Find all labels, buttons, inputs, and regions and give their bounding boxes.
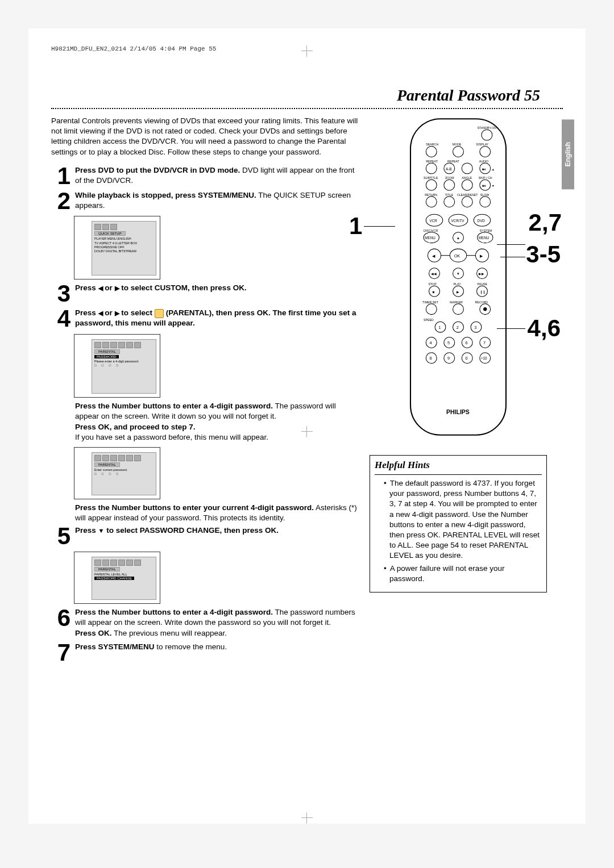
svg-text:OK: OK bbox=[454, 253, 460, 258]
svg-text:SEARCH: SEARCH bbox=[426, 143, 438, 147]
dotted-rule bbox=[51, 108, 563, 109]
parental-password-screen: PARENTAL PASSWORD Please enter a 4-digit… bbox=[74, 334, 160, 398]
screen-line: PLAYER MENU ENGLISH bbox=[94, 237, 154, 241]
svg-text:1: 1 bbox=[438, 325, 441, 330]
screen-highlight: PASSWORD bbox=[94, 355, 119, 358]
svg-text:7: 7 bbox=[483, 340, 486, 345]
svg-text:6: 6 bbox=[466, 340, 468, 345]
screen-highlight: PASSWORD CHANGE bbox=[94, 577, 134, 580]
step-bold: Press the Number buttons to enter a 4-di… bbox=[75, 402, 273, 410]
svg-text:PHILIPS: PHILIPS bbox=[446, 408, 470, 415]
step-text: or bbox=[105, 283, 114, 292]
screen-line: TV ASPECT 4:3 LETTER BOX bbox=[94, 241, 154, 245]
svg-text:CLEAR/RESET: CLEAR/RESET bbox=[457, 193, 478, 197]
screen-line: Please enter a 4-digit password. bbox=[94, 360, 154, 364]
svg-text:A-B: A-B bbox=[446, 167, 452, 171]
svg-text:TITLE: TITLE bbox=[445, 193, 454, 197]
screen-top-icons bbox=[94, 560, 154, 566]
step-number: 3 bbox=[51, 283, 70, 304]
svg-text:❙❙: ❙❙ bbox=[480, 290, 486, 294]
callout-1: 1 bbox=[349, 212, 362, 240]
step-body: Press DVD to put the DVD/VCR in DVD mode… bbox=[75, 165, 358, 186]
screen-line: Enter current password. bbox=[94, 468, 154, 472]
svg-text:VCR: VCR bbox=[430, 219, 438, 223]
svg-text:SUBTITLE: SUBTITLE bbox=[424, 176, 438, 180]
language-tab: English bbox=[562, 119, 574, 189]
right-arrow-icon: ▶ bbox=[115, 309, 119, 318]
svg-text:ANGLE: ANGLE bbox=[462, 176, 472, 180]
step-text: The previous menu will reappear. bbox=[114, 629, 227, 637]
parental-current-password-screen: PARENTAL Enter current password. □ □ □ □ bbox=[74, 447, 160, 499]
step-body: Press SYSTEM/MENU to remove the menu. bbox=[75, 642, 358, 652]
svg-text:RECORD: RECORD bbox=[475, 301, 488, 304]
step-text: to select PASSWORD CHANGE, then press OK… bbox=[106, 526, 279, 535]
step-body: While playback is stopped, press SYSTEM/… bbox=[75, 190, 358, 211]
quick-setup-screen: QUICK SETUP PLAYER MENU ENGLISH TV ASPEC… bbox=[74, 216, 160, 279]
svg-text:3: 3 bbox=[474, 325, 476, 330]
svg-text:STANDBY-ON: STANDBY-ON bbox=[478, 126, 497, 130]
screen-tab: PARENTAL bbox=[94, 567, 120, 571]
svg-point-80 bbox=[483, 307, 487, 311]
svg-text:MODE: MODE bbox=[453, 143, 462, 147]
svg-text:◀◀: ◀◀ bbox=[431, 272, 437, 276]
step-text: If you have set a password before, this … bbox=[75, 433, 268, 441]
hint-item: A power failure will not erase your pass… bbox=[384, 564, 541, 584]
callout-46: 4,6 bbox=[528, 315, 561, 342]
step-body: Press ◀ or ▶ to select (PARENTAL), then … bbox=[75, 308, 358, 328]
password-placeholders: □ □ □ □ bbox=[94, 364, 154, 368]
callout-27: 2,7 bbox=[529, 209, 562, 236]
password-placeholders: □ □ □ □ bbox=[94, 472, 154, 476]
svg-text:9: 9 bbox=[447, 356, 450, 361]
step-bold: Press DVD to put the DVD/VCR in DVD mode… bbox=[75, 166, 240, 174]
step-3: 3 Press ◀ or ▶ to select CUSTOM, then pr… bbox=[51, 283, 358, 304]
svg-text:5: 5 bbox=[447, 340, 450, 345]
step-bold: Press OK. bbox=[75, 629, 112, 637]
print-header: H9821MD_DFU_EN2_0214 2/14/05 4:04 PM Pag… bbox=[51, 45, 563, 52]
screen-tab: PARENTAL bbox=[94, 462, 120, 467]
screen-line: PROGRESSIVE OFF bbox=[94, 245, 154, 249]
svg-text:⏭: ⏭ bbox=[482, 167, 486, 171]
screen-top-icons bbox=[94, 224, 154, 230]
step-5: 5 Press ▼ to select PASSWORD CHANGE, the… bbox=[51, 525, 358, 547]
svg-text:MENU: MENU bbox=[425, 236, 435, 240]
svg-text:AUDIO: AUDIO bbox=[479, 160, 489, 163]
step-text: Press bbox=[75, 526, 98, 535]
svg-text:DISC/VCR: DISC/VCR bbox=[424, 229, 438, 232]
svg-text:SLOW: SLOW bbox=[480, 193, 489, 197]
step-bold: Press the Number buttons to enter your c… bbox=[75, 503, 314, 512]
step-text: Press bbox=[75, 308, 98, 317]
callout-tick bbox=[497, 328, 525, 329]
right-arrow-icon: ▶ bbox=[115, 284, 119, 293]
step-bold: Press SYSTEM/MENU bbox=[75, 642, 155, 651]
step-body: Press ▼ to select PASSWORD CHANGE, then … bbox=[75, 525, 358, 536]
svg-text:SKIP / CH: SKIP / CH bbox=[479, 176, 492, 180]
svg-text:DISPLAY: DISPLAY bbox=[476, 143, 489, 147]
step-number: 5 bbox=[51, 525, 70, 547]
svg-text:■: ■ bbox=[433, 290, 435, 294]
callout-tick bbox=[497, 244, 525, 245]
step-number: 6 bbox=[51, 607, 70, 629]
screen-line: PARENTAL LEVEL ALL bbox=[94, 573, 154, 577]
svg-text:2: 2 bbox=[457, 325, 459, 330]
svg-text:SPEED: SPEED bbox=[424, 318, 434, 322]
page-title: Parental Password 55 bbox=[51, 86, 540, 105]
step-bold: While playback is stopped, press SYSTEM/… bbox=[75, 191, 256, 199]
svg-text:RETURN: RETURN bbox=[425, 193, 437, 197]
step-text: or bbox=[105, 308, 114, 317]
svg-text:▶▶: ▶▶ bbox=[479, 272, 484, 276]
step-bold: Press the Number buttons to enter a 4-di… bbox=[75, 608, 273, 616]
svg-text:8: 8 bbox=[430, 356, 432, 361]
step-4b: Press the Number buttons to enter a 4-di… bbox=[75, 401, 358, 443]
screen-tab: QUICK SETUP bbox=[94, 231, 126, 236]
callout-35: 3-5 bbox=[526, 241, 561, 268]
screen-top-icons bbox=[94, 342, 154, 348]
padlock-icon bbox=[155, 309, 164, 318]
screen-line: DOLBY DIGITAL BITSTREAM bbox=[94, 249, 154, 253]
svg-text:ZOOM: ZOOM bbox=[445, 176, 454, 180]
svg-text:MENU: MENU bbox=[479, 236, 489, 240]
step-7: 7 Press SYSTEM/MENU to remove the menu. bbox=[51, 642, 358, 663]
svg-text:▲: ▲ bbox=[457, 236, 460, 240]
svg-rect-0 bbox=[410, 119, 506, 435]
step-number: 4 bbox=[51, 308, 70, 329]
step-text: to select bbox=[121, 308, 155, 317]
